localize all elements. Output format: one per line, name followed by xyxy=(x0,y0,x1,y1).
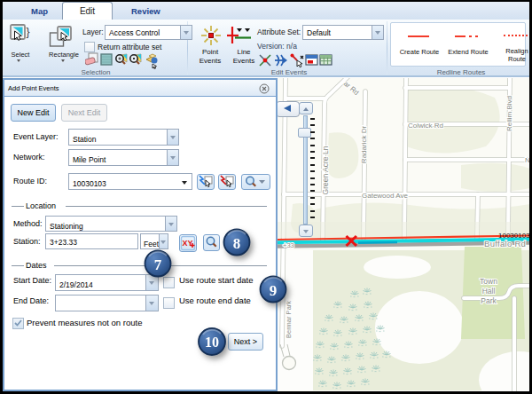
svg-text:7: 7 xyxy=(154,256,162,273)
svg-text:Town: Town xyxy=(480,277,497,286)
svg-text:Hall: Hall xyxy=(482,287,496,296)
svg-text:10: 10 xyxy=(205,335,219,350)
svg-text:+33: +33 xyxy=(283,241,294,249)
svg-text:Green Acre Ln: Green Acre Ln xyxy=(321,146,330,194)
svg-text:Colwick Rd: Colwick Rd xyxy=(408,122,443,130)
svg-text:10030103: 10030103 xyxy=(498,232,530,240)
svg-text:9: 9 xyxy=(270,282,278,299)
svg-text:Rellim Blvd: Rellim Blvd xyxy=(505,96,513,131)
svg-text:Gatewood Ave: Gatewood Ave xyxy=(362,192,408,200)
svg-text:Park: Park xyxy=(481,296,497,305)
svg-text:8: 8 xyxy=(233,235,241,252)
svg-text:}: } xyxy=(27,26,30,38)
svg-text:Buffalo Rd: Buffalo Rd xyxy=(484,239,526,248)
svg-text:Radarick Dr: Radarick Dr xyxy=(360,126,368,164)
